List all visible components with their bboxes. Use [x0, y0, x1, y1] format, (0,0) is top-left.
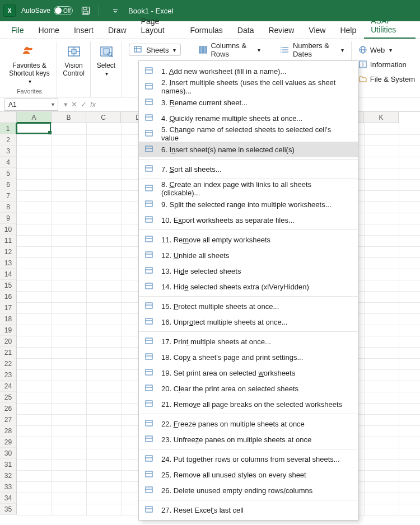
row-header[interactable]: 25 [0, 392, 17, 403]
menu-item[interactable]: 22. Freeze panes on multiple sheets at o… [139, 416, 358, 432]
favorites-button[interactable]: Favorites &Shortcut keys ▾ [7, 43, 52, 86]
autosave-toggle[interactable]: AutoSave Off [21, 6, 73, 15]
chevron-down-icon[interactable]: ▼ [50, 102, 55, 107]
row-header[interactable]: 18 [0, 313, 17, 325]
row-header[interactable]: 13 [0, 257, 17, 269]
row-header[interactable]: 6 [0, 179, 17, 190]
row-header[interactable]: 29 [0, 437, 17, 448]
column-header[interactable]: B [52, 112, 86, 123]
row-header[interactable]: 1 [0, 123, 17, 134]
active-cell[interactable] [16, 123, 51, 134]
row-header[interactable]: 10 [0, 224, 17, 235]
tab-page-layout[interactable]: Page Layout [134, 13, 183, 39]
dropdown-icon[interactable]: ▾ [64, 100, 68, 109]
row-header[interactable]: 12 [0, 246, 17, 257]
menu-item[interactable]: 20. Clear the print area on selected she… [139, 381, 358, 396]
column-header[interactable]: A [17, 112, 52, 123]
menu-item[interactable]: 7. Sort all sheets... [139, 161, 358, 177]
information-dropdown[interactable]: i Information [356, 58, 418, 71]
save-button[interactable] [78, 3, 93, 18]
row-header[interactable]: 14 [0, 269, 17, 280]
row-headers: 1234567891011121314151617181920212223242… [0, 123, 17, 515]
row-header[interactable]: 21 [0, 347, 17, 358]
columns-rows-dropdown[interactable]: Columns & Rows ▾ [195, 44, 263, 56]
menu-item[interactable]: 23. Unfreeze panes on multiple sheets at… [139, 432, 358, 447]
row-header[interactable]: 33 [0, 481, 17, 493]
row-header[interactable]: 5 [0, 168, 17, 179]
name-box[interactable]: A1 ▼ [4, 99, 58, 111]
tab-formulas[interactable]: Formulas [183, 22, 229, 39]
row-header[interactable]: 23 [0, 369, 17, 381]
tab-file[interactable]: File [4, 22, 31, 39]
web-dropdown[interactable]: Web ▾ [356, 44, 418, 56]
numbers-dates-dropdown[interactable]: Numbers & Dates ▾ [278, 44, 347, 56]
menu-item-icon [144, 368, 155, 378]
menu-item[interactable]: 27. Reset Excel's last cell [139, 502, 358, 518]
menu-item[interactable]: 6. Insert sheet(s) name in selected cell… [139, 142, 358, 157]
menu-item[interactable]: 1. Add new worksheet (fill in a name)... [139, 63, 358, 79]
menu-item[interactable]: 10. Export worksheets as separate files.… [139, 212, 358, 228]
row-header[interactable]: 2 [0, 134, 17, 146]
tab-review[interactable]: Review [262, 22, 301, 39]
menu-item[interactable]: 12. Unhide all sheets [139, 247, 358, 263]
tab-draw[interactable]: Draw [101, 22, 133, 39]
row-header[interactable]: 30 [0, 448, 17, 459]
menu-item[interactable]: 15. Protect multiple sheets at once... [139, 298, 358, 314]
vision-control-button[interactable]: VisionControl [59, 43, 89, 77]
row-header[interactable]: 7 [0, 190, 17, 201]
menu-item[interactable]: 11. Remove all empty worksheets [139, 232, 358, 247]
row-header[interactable]: 27 [0, 414, 17, 425]
row-header[interactable]: 22 [0, 358, 17, 369]
row-header[interactable]: 16 [0, 291, 17, 302]
row-header[interactable]: 9 [0, 213, 17, 224]
row-header[interactable]: 8 [0, 201, 17, 213]
qat-customize[interactable] [108, 3, 123, 18]
tab-home[interactable]: Home [32, 22, 66, 39]
row-header[interactable]: 34 [0, 493, 17, 504]
menu-item[interactable]: 9. Split the selected range into multipl… [139, 196, 358, 212]
row-header[interactable]: 20 [0, 336, 17, 347]
menu-item[interactable]: 8. Create an index page with links to al… [139, 181, 358, 196]
menu-item[interactable]: 25. Remove all unused styles on every sh… [139, 467, 358, 482]
tab-view[interactable]: View [302, 22, 332, 39]
menu-item[interactable]: 17. Print multiple sheets at once... [139, 334, 358, 349]
select-button[interactable]: Select▾ [91, 43, 122, 78]
menu-item[interactable]: 26. Delete unused empty ending rows/colu… [139, 482, 358, 498]
row-header[interactable]: 11 [0, 235, 17, 246]
menu-item[interactable]: 2. Insert multiple sheets (uses the cell… [139, 79, 358, 95]
filesystem-dropdown[interactable]: File & System [356, 73, 418, 85]
column-header[interactable]: C [86, 112, 121, 123]
menu-item[interactable]: 14. Hide selected sheets extra (xlVeryHi… [139, 279, 358, 294]
fx-icon[interactable]: fx [90, 100, 96, 109]
row-header[interactable]: 3 [0, 146, 17, 157]
autosave-switch[interactable]: Off [54, 6, 73, 15]
cancel-icon[interactable]: ✕ [71, 100, 77, 109]
row-header[interactable]: 15 [0, 280, 17, 291]
menu-item[interactable]: 19. Set print area on selected worksheet… [139, 365, 358, 381]
row-header[interactable]: 35 [0, 504, 17, 515]
menu-item[interactable]: 3. Rename current sheet... [139, 95, 358, 110]
sheets-dropdown[interactable]: Sheets ▾ [129, 44, 181, 56]
row-header[interactable]: 28 [0, 425, 17, 437]
column-header[interactable]: K [364, 112, 399, 123]
tab-asap-utilities[interactable]: ASAP Utilities [364, 13, 416, 39]
row-header[interactable]: 26 [0, 403, 17, 414]
row-header[interactable]: 4 [0, 157, 17, 168]
menu-item[interactable]: 4. Quickly rename multiple sheets at onc… [139, 110, 358, 126]
menu-item[interactable]: 16. Unprotect multiple sheets at once... [139, 314, 358, 330]
row-header[interactable]: 17 [0, 302, 17, 313]
menu-item[interactable]: 13. Hide selected sheets [139, 263, 358, 279]
row-header[interactable]: 31 [0, 459, 17, 470]
tab-insert[interactable]: Insert [67, 22, 100, 39]
menu-item[interactable]: 21. Remove all page breaks on the select… [139, 396, 358, 412]
row-header[interactable]: 19 [0, 325, 17, 336]
menu-item[interactable]: 18. Copy a sheet's page and print settin… [139, 349, 358, 365]
row-header[interactable]: 24 [0, 381, 17, 392]
tab-data[interactable]: Data [231, 22, 261, 39]
menu-item[interactable]: 24. Put together rows or columns from se… [139, 451, 358, 467]
tab-help[interactable]: Help [333, 22, 363, 39]
confirm-icon[interactable]: ✓ [81, 100, 87, 109]
row-header[interactable]: 32 [0, 470, 17, 481]
menu-item[interactable]: 5. Change name of selected sheets to sel… [139, 126, 358, 142]
select-all-corner[interactable] [0, 112, 17, 123]
